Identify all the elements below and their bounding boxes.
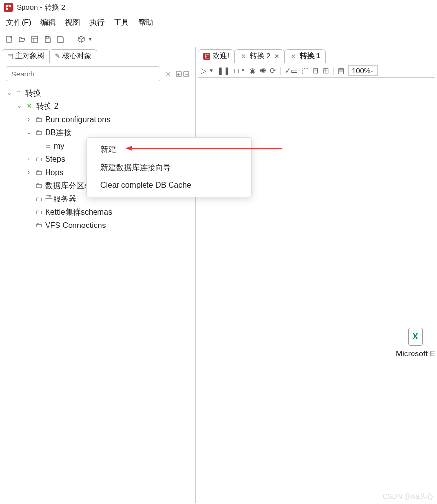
run-dropdown-icon[interactable]: ▼ bbox=[209, 68, 214, 73]
tree-label: my bbox=[54, 139, 64, 152]
chevron-down-icon: ⌄ bbox=[16, 100, 23, 113]
save-icon[interactable] bbox=[43, 35, 52, 44]
explore-db-icon[interactable]: ⊞ bbox=[323, 66, 329, 75]
preview-icon[interactable]: ◉ bbox=[249, 66, 256, 75]
tree-label: 子服务器 bbox=[45, 192, 76, 205]
main-toolbar: ▼ bbox=[0, 31, 437, 47]
dropdown-arrow-icon[interactable]: ▼ bbox=[88, 36, 93, 42]
titlebar: Spoon - 转换 2 bbox=[0, 0, 437, 15]
tree-node-cluster[interactable]: 🗀 Kettle集群schemas bbox=[6, 205, 190, 219]
tab-core-objects[interactable]: ✎ 核心对象 bbox=[49, 49, 97, 63]
folder-icon: 🗀 bbox=[35, 152, 42, 166]
chevron-down-icon: ⌄ bbox=[25, 126, 32, 139]
db-item-icon: ▭ bbox=[45, 139, 51, 152]
context-new[interactable]: 新建 bbox=[87, 141, 251, 159]
zoom-selector[interactable]: 100% ⌄ bbox=[348, 65, 378, 76]
context-new-wizard[interactable]: 新建数据库连接向导 bbox=[87, 159, 251, 177]
document-icon: ▤ bbox=[7, 52, 13, 60]
tree-label: 转换 2 bbox=[36, 100, 58, 113]
tree-label: Steps bbox=[45, 152, 65, 166]
excel-icon: X bbox=[408, 328, 423, 346]
impact-icon[interactable]: ⬚ bbox=[302, 66, 309, 75]
tree-node-vfs[interactable]: 🗀 VFS Connections bbox=[6, 219, 190, 232]
clear-icon[interactable]: ✕ bbox=[163, 70, 173, 78]
folder-icon: 🗀 bbox=[35, 126, 42, 139]
tab-label: 转换 1 bbox=[300, 51, 321, 61]
toolbar-separator bbox=[71, 35, 71, 44]
close-icon[interactable]: ✕ bbox=[274, 53, 279, 60]
left-panel: ▤ 主对象树 ✎ 核心对象 ✕ ⌄ 🗀 转换 ⌄ ⤫ 转换 bbox=[0, 47, 196, 503]
stop-icon[interactable]: □ bbox=[234, 66, 239, 75]
search-input[interactable] bbox=[6, 66, 160, 81]
svg-rect-8 bbox=[32, 36, 38, 42]
main-area: ▤ 主对象树 ✎ 核心对象 ✕ ⌄ 🗀 转换 ⌄ ⤫ 转换 bbox=[0, 47, 437, 503]
toolbar-separator bbox=[280, 67, 281, 75]
chevron-right-icon: › bbox=[25, 152, 32, 166]
canvas-toolbar: ▷ ▼ ❚❚ □ ▼ ◉ ✺ ⟳ ✓▭ ⬚ ⊟ ⊞ ▤ 100% ⌄ bbox=[198, 63, 435, 78]
window-title: Spoon - 转换 2 bbox=[17, 3, 65, 12]
svg-rect-0 bbox=[6, 5, 8, 7]
toolbar-separator bbox=[333, 67, 334, 75]
watermark: CSDN @Aa从心 bbox=[383, 492, 433, 501]
tab-welcome[interactable]: ◱ 欢迎! bbox=[198, 49, 235, 63]
tree-root[interactable]: ⌄ 🗀 转换 bbox=[6, 86, 190, 100]
menu-edit[interactable]: 编辑 bbox=[40, 18, 56, 28]
tab-trans2[interactable]: ⤫ 转换 2 ✕ bbox=[234, 49, 285, 63]
tree-label: Hops bbox=[45, 166, 63, 179]
tab-label: 主对象树 bbox=[15, 51, 45, 61]
chevron-right-icon: › bbox=[25, 166, 32, 179]
tree-label: DB连接 bbox=[45, 126, 72, 139]
run-icon[interactable]: ▷ bbox=[201, 66, 207, 75]
folder-icon: 🗀 bbox=[35, 166, 42, 179]
chevron-down-icon: ⌄ bbox=[6, 86, 13, 100]
context-menu: 新建 新建数据库连接向导 Clear complete DB Cache bbox=[86, 137, 252, 197]
menu-file[interactable]: 文件(F) bbox=[6, 18, 31, 28]
excel-step[interactable]: X Microsoft E bbox=[396, 328, 435, 358]
tree-node-runconfig[interactable]: › 🗀 Run configurations bbox=[6, 113, 190, 126]
debug-icon[interactable]: ✺ bbox=[260, 66, 266, 75]
context-clear-cache[interactable]: Clear complete DB Cache bbox=[87, 177, 251, 194]
excel-label: Microsoft E bbox=[396, 350, 435, 358]
transformation-icon: ⤫ bbox=[240, 52, 247, 60]
tab-trans1[interactable]: ⤫ 转换 1 bbox=[284, 49, 326, 63]
sql-icon[interactable]: ⊟ bbox=[313, 66, 319, 75]
tab-label: 欢迎! bbox=[213, 51, 229, 61]
tab-main-tree[interactable]: ▤ 主对象树 bbox=[2, 49, 50, 63]
menu-help[interactable]: 帮助 bbox=[138, 18, 154, 28]
expand-collapse-buttons[interactable] bbox=[176, 70, 190, 78]
new-icon[interactable] bbox=[5, 35, 14, 44]
replay-icon[interactable]: ⟳ bbox=[270, 66, 276, 75]
folder-icon: 🗀 bbox=[35, 113, 42, 126]
chevron-down-icon: ⌄ bbox=[370, 68, 374, 73]
folder-icon: 🗀 bbox=[16, 86, 23, 100]
left-tabs: ▤ 主对象树 ✎ 核心对象 bbox=[2, 49, 194, 63]
chevron-right-icon: › bbox=[25, 113, 32, 126]
menu-tools[interactable]: 工具 bbox=[114, 18, 129, 28]
stop-dropdown-icon[interactable]: ▼ bbox=[241, 68, 245, 73]
folder-icon: 🗀 bbox=[35, 205, 42, 219]
perspective-icon[interactable] bbox=[77, 35, 86, 44]
menubar: 文件(F) 编辑 视图 执行 工具 帮助 bbox=[0, 15, 437, 31]
folder-icon: 🗀 bbox=[35, 192, 42, 205]
tab-label: 转换 2 bbox=[250, 51, 271, 61]
right-panel: ◱ 欢迎! ⤫ 转换 2 ✕ ⤫ 转换 1 ▷ ▼ ❚❚ □ ▼ ◉ ✺ ⟳ ✓… bbox=[196, 47, 437, 503]
pencil-icon: ✎ bbox=[55, 52, 60, 60]
editor-tabs: ◱ 欢迎! ⤫ 转换 2 ✕ ⤫ 转换 1 bbox=[198, 49, 435, 63]
folder-icon: 🗀 bbox=[35, 219, 42, 232]
search-row: ✕ bbox=[2, 63, 194, 84]
folder-icon: 🗀 bbox=[35, 179, 42, 192]
open-icon[interactable] bbox=[18, 35, 26, 44]
tree-label: Kettle集群schemas bbox=[45, 205, 112, 219]
explore-icon[interactable] bbox=[30, 35, 39, 44]
tree-node-trans2[interactable]: ⌄ ⤫ 转换 2 bbox=[6, 100, 190, 113]
show-results-icon[interactable]: ▤ bbox=[338, 66, 344, 75]
transformation-icon: ⤫ bbox=[25, 102, 33, 110]
tree-label: VFS Connections bbox=[45, 219, 106, 232]
verify-icon[interactable]: ✓▭ bbox=[285, 66, 298, 75]
transformation-icon: ⤫ bbox=[290, 52, 297, 60]
save-as-icon[interactable] bbox=[56, 35, 65, 44]
zoom-value: 100% bbox=[352, 66, 370, 75]
menu-run[interactable]: 执行 bbox=[89, 18, 105, 28]
pause-icon[interactable]: ❚❚ bbox=[218, 66, 230, 75]
menu-view[interactable]: 视图 bbox=[65, 18, 80, 28]
